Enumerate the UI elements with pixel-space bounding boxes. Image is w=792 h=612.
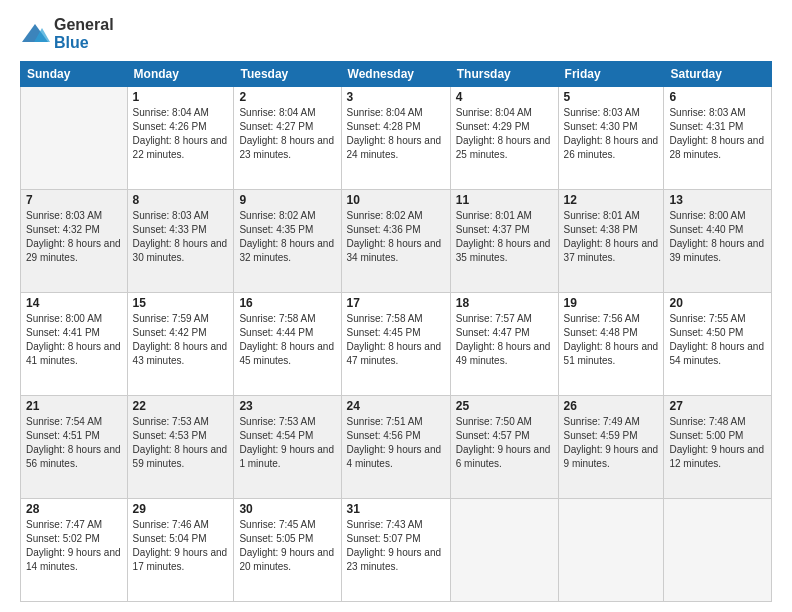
calendar-cell: 23Sunrise: 7:53 AMSunset: 4:54 PMDayligh… — [234, 396, 341, 499]
calendar-cell: 5Sunrise: 8:03 AMSunset: 4:30 PMDaylight… — [558, 87, 664, 190]
calendar-cell — [664, 499, 772, 602]
logo: General Blue — [20, 16, 114, 51]
day-info: Sunrise: 8:04 AMSunset: 4:29 PMDaylight:… — [456, 106, 553, 162]
weekday-header-monday: Monday — [127, 62, 234, 87]
day-number: 29 — [133, 502, 229, 516]
calendar-cell — [558, 499, 664, 602]
header: General Blue — [20, 16, 772, 51]
day-number: 8 — [133, 193, 229, 207]
day-info: Sunrise: 8:02 AMSunset: 4:36 PMDaylight:… — [347, 209, 445, 265]
calendar-cell: 26Sunrise: 7:49 AMSunset: 4:59 PMDayligh… — [558, 396, 664, 499]
day-number: 18 — [456, 296, 553, 310]
day-info: Sunrise: 7:58 AMSunset: 4:44 PMDaylight:… — [239, 312, 335, 368]
day-info: Sunrise: 7:48 AMSunset: 5:00 PMDaylight:… — [669, 415, 766, 471]
day-info: Sunrise: 8:00 AMSunset: 4:40 PMDaylight:… — [669, 209, 766, 265]
day-number: 1 — [133, 90, 229, 104]
day-info: Sunrise: 7:45 AMSunset: 5:05 PMDaylight:… — [239, 518, 335, 574]
weekday-header-friday: Friday — [558, 62, 664, 87]
calendar-cell: 10Sunrise: 8:02 AMSunset: 4:36 PMDayligh… — [341, 190, 450, 293]
calendar-cell: 31Sunrise: 7:43 AMSunset: 5:07 PMDayligh… — [341, 499, 450, 602]
calendar-cell: 4Sunrise: 8:04 AMSunset: 4:29 PMDaylight… — [450, 87, 558, 190]
logo-text: General Blue — [54, 16, 114, 51]
day-info: Sunrise: 8:02 AMSunset: 4:35 PMDaylight:… — [239, 209, 335, 265]
day-number: 30 — [239, 502, 335, 516]
day-info: Sunrise: 8:01 AMSunset: 4:37 PMDaylight:… — [456, 209, 553, 265]
calendar-cell: 11Sunrise: 8:01 AMSunset: 4:37 PMDayligh… — [450, 190, 558, 293]
weekday-header-thursday: Thursday — [450, 62, 558, 87]
calendar-cell — [21, 87, 128, 190]
calendar-cell: 15Sunrise: 7:59 AMSunset: 4:42 PMDayligh… — [127, 293, 234, 396]
calendar-cell: 9Sunrise: 8:02 AMSunset: 4:35 PMDaylight… — [234, 190, 341, 293]
day-number: 24 — [347, 399, 445, 413]
day-number: 28 — [26, 502, 122, 516]
day-number: 21 — [26, 399, 122, 413]
calendar-cell — [450, 499, 558, 602]
day-number: 7 — [26, 193, 122, 207]
calendar-week-row: 1Sunrise: 8:04 AMSunset: 4:26 PMDaylight… — [21, 87, 772, 190]
day-number: 31 — [347, 502, 445, 516]
calendar-table: SundayMondayTuesdayWednesdayThursdayFrid… — [20, 61, 772, 602]
calendar-cell: 2Sunrise: 8:04 AMSunset: 4:27 PMDaylight… — [234, 87, 341, 190]
calendar-week-row: 14Sunrise: 8:00 AMSunset: 4:41 PMDayligh… — [21, 293, 772, 396]
day-info: Sunrise: 7:55 AMSunset: 4:50 PMDaylight:… — [669, 312, 766, 368]
day-info: Sunrise: 7:46 AMSunset: 5:04 PMDaylight:… — [133, 518, 229, 574]
calendar-cell: 18Sunrise: 7:57 AMSunset: 4:47 PMDayligh… — [450, 293, 558, 396]
day-number: 16 — [239, 296, 335, 310]
day-info: Sunrise: 8:04 AMSunset: 4:26 PMDaylight:… — [133, 106, 229, 162]
day-info: Sunrise: 8:04 AMSunset: 4:27 PMDaylight:… — [239, 106, 335, 162]
day-info: Sunrise: 7:53 AMSunset: 4:54 PMDaylight:… — [239, 415, 335, 471]
weekday-header-saturday: Saturday — [664, 62, 772, 87]
day-number: 15 — [133, 296, 229, 310]
day-number: 11 — [456, 193, 553, 207]
day-number: 19 — [564, 296, 659, 310]
day-info: Sunrise: 8:00 AMSunset: 4:41 PMDaylight:… — [26, 312, 122, 368]
day-info: Sunrise: 8:03 AMSunset: 4:33 PMDaylight:… — [133, 209, 229, 265]
weekday-header-row: SundayMondayTuesdayWednesdayThursdayFrid… — [21, 62, 772, 87]
day-number: 14 — [26, 296, 122, 310]
day-info: Sunrise: 7:43 AMSunset: 5:07 PMDaylight:… — [347, 518, 445, 574]
day-number: 2 — [239, 90, 335, 104]
day-info: Sunrise: 8:03 AMSunset: 4:30 PMDaylight:… — [564, 106, 659, 162]
calendar-week-row: 7Sunrise: 8:03 AMSunset: 4:32 PMDaylight… — [21, 190, 772, 293]
day-number: 13 — [669, 193, 766, 207]
day-info: Sunrise: 7:59 AMSunset: 4:42 PMDaylight:… — [133, 312, 229, 368]
calendar-cell: 6Sunrise: 8:03 AMSunset: 4:31 PMDaylight… — [664, 87, 772, 190]
weekday-header-sunday: Sunday — [21, 62, 128, 87]
day-info: Sunrise: 7:50 AMSunset: 4:57 PMDaylight:… — [456, 415, 553, 471]
day-info: Sunrise: 7:58 AMSunset: 4:45 PMDaylight:… — [347, 312, 445, 368]
day-info: Sunrise: 7:51 AMSunset: 4:56 PMDaylight:… — [347, 415, 445, 471]
calendar-cell: 17Sunrise: 7:58 AMSunset: 4:45 PMDayligh… — [341, 293, 450, 396]
day-info: Sunrise: 7:47 AMSunset: 5:02 PMDaylight:… — [26, 518, 122, 574]
day-info: Sunrise: 8:03 AMSunset: 4:32 PMDaylight:… — [26, 209, 122, 265]
calendar-cell: 1Sunrise: 8:04 AMSunset: 4:26 PMDaylight… — [127, 87, 234, 190]
calendar-cell: 24Sunrise: 7:51 AMSunset: 4:56 PMDayligh… — [341, 396, 450, 499]
day-info: Sunrise: 7:56 AMSunset: 4:48 PMDaylight:… — [564, 312, 659, 368]
day-number: 10 — [347, 193, 445, 207]
day-number: 6 — [669, 90, 766, 104]
calendar-cell: 7Sunrise: 8:03 AMSunset: 4:32 PMDaylight… — [21, 190, 128, 293]
calendar-cell: 28Sunrise: 7:47 AMSunset: 5:02 PMDayligh… — [21, 499, 128, 602]
calendar-cell: 12Sunrise: 8:01 AMSunset: 4:38 PMDayligh… — [558, 190, 664, 293]
calendar-cell: 25Sunrise: 7:50 AMSunset: 4:57 PMDayligh… — [450, 396, 558, 499]
day-number: 26 — [564, 399, 659, 413]
day-info: Sunrise: 8:04 AMSunset: 4:28 PMDaylight:… — [347, 106, 445, 162]
day-number: 17 — [347, 296, 445, 310]
day-number: 23 — [239, 399, 335, 413]
calendar-cell: 27Sunrise: 7:48 AMSunset: 5:00 PMDayligh… — [664, 396, 772, 499]
calendar-cell: 19Sunrise: 7:56 AMSunset: 4:48 PMDayligh… — [558, 293, 664, 396]
calendar-cell: 16Sunrise: 7:58 AMSunset: 4:44 PMDayligh… — [234, 293, 341, 396]
calendar-cell: 22Sunrise: 7:53 AMSunset: 4:53 PMDayligh… — [127, 396, 234, 499]
day-info: Sunrise: 8:03 AMSunset: 4:31 PMDaylight:… — [669, 106, 766, 162]
weekday-header-tuesday: Tuesday — [234, 62, 341, 87]
calendar-week-row: 21Sunrise: 7:54 AMSunset: 4:51 PMDayligh… — [21, 396, 772, 499]
calendar-cell: 20Sunrise: 7:55 AMSunset: 4:50 PMDayligh… — [664, 293, 772, 396]
day-info: Sunrise: 7:53 AMSunset: 4:53 PMDaylight:… — [133, 415, 229, 471]
day-number: 25 — [456, 399, 553, 413]
day-number: 3 — [347, 90, 445, 104]
day-number: 4 — [456, 90, 553, 104]
weekday-header-wednesday: Wednesday — [341, 62, 450, 87]
calendar-cell: 29Sunrise: 7:46 AMSunset: 5:04 PMDayligh… — [127, 499, 234, 602]
calendar-cell: 14Sunrise: 8:00 AMSunset: 4:41 PMDayligh… — [21, 293, 128, 396]
day-info: Sunrise: 8:01 AMSunset: 4:38 PMDaylight:… — [564, 209, 659, 265]
day-info: Sunrise: 7:57 AMSunset: 4:47 PMDaylight:… — [456, 312, 553, 368]
